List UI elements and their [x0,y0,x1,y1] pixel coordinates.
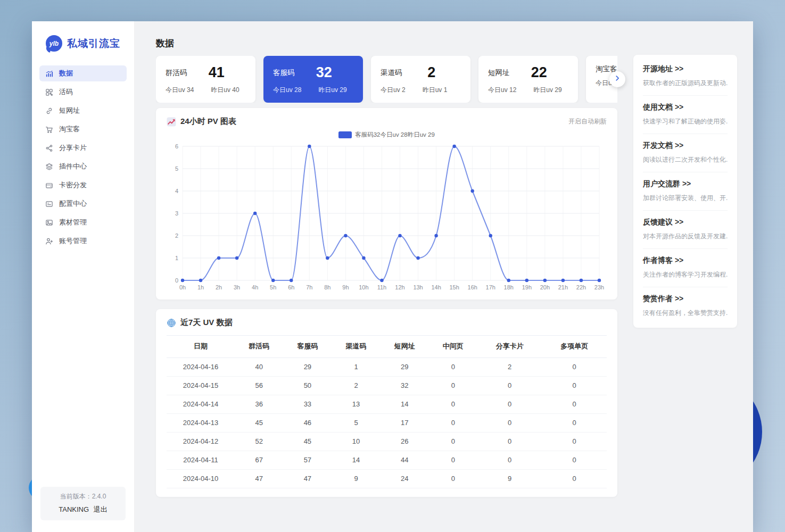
svg-text:4h: 4h [252,284,258,290]
table-cell: 2024-04-10 [167,470,235,488]
svg-text:12h: 12h [395,284,404,290]
stat-today-uv: 今日uv 34 [166,86,194,95]
table-cell: 17 [381,414,429,433]
table-cell: 0 [477,433,542,451]
stat-card-kefu-code[interactable]: 客服码32今日uv 28昨日uv 29 [263,56,363,103]
table-cell: 0 [542,433,607,451]
stat-yesterday-uv: 昨日uv 1 [423,86,448,95]
svg-text:18h: 18h [504,284,514,290]
quick-link-user-docs[interactable]: 使用文档 >>快速学习和了解正确的使用姿... [643,96,728,134]
legend-label: 客服码32今日uv 28昨日uv 29 [355,131,435,139]
quick-link-desc: 加群讨论部署安装、使用、开... [643,194,728,203]
stat-card-label: 群活码 [166,68,187,78]
svg-text:5: 5 [175,165,178,172]
quick-link-donate[interactable]: 赞赏作者 >>没有任何盈利，全靠赞赏支持... [643,287,728,325]
table-cell: 2024-04-11 [167,451,235,470]
stat-card-channel-code[interactable]: 渠道码2今日uv 2昨日uv 1 [371,56,470,103]
sidebar-item-share-card[interactable]: 分享卡片 [39,140,127,156]
sidebar-item-plugins[interactable]: 插件中心 [39,159,127,174]
legend-swatch [338,131,352,138]
svg-text:22h: 22h [576,284,586,290]
quick-link-desc: 阅读以进行二次开发和个性化... [643,155,728,164]
quick-link-desc: 对本开源作品的反馈及开发建... [643,232,728,241]
uv-table-column-header: 短网址 [381,336,429,358]
sidebar-item-label: 分享卡片 [59,143,87,153]
table-row: 2024-04-1167571444000 [167,451,607,470]
stat-card-uv: 今日uv 2昨日uv 1 [381,86,461,95]
table-cell: 14 [332,451,380,470]
stat-today-uv: 今日uv 2 [381,86,406,95]
svg-text:5h: 5h [270,284,276,290]
layers-icon [45,163,53,171]
sidebar-item-taoke[interactable]: 淘宝客 [39,121,127,137]
chart-increasing-icon [167,117,176,127]
sidebar-item-label: 数据 [59,69,73,78]
stat-cards-row: 群活码41今日uv 34昨日uv 40客服码32今日uv 28昨日uv 29渠道… [156,56,617,103]
qr-code-icon [45,88,53,96]
svg-text:2: 2 [175,232,178,239]
quick-link-feedback[interactable]: 反馈建议 >>对本开源作品的反馈及开发建... [643,211,728,249]
table-cell: 0 [429,433,477,451]
auto-refresh-toggle[interactable]: 开启自动刷新 [568,117,607,126]
uv-table-column-header: 客服码 [283,336,332,358]
quick-link-title: 反馈建议 >> [643,218,728,227]
stat-card-top: 群活码41 [166,64,246,81]
carousel-next-button[interactable] [609,71,625,87]
uv-table: 日期群活码客服码渠道码短网址中间页分享卡片多项单页 2024-04-164029… [167,335,607,488]
sidebar-item-card-key[interactable]: 卡密分发 [39,177,127,193]
stat-card-qun-code[interactable]: 群活码41今日uv 34昨日uv 40 [156,56,255,103]
svg-text:10h: 10h [359,284,368,290]
table-cell: 0 [542,414,607,433]
table-cell: 13 [332,395,380,414]
quick-link-user-group[interactable]: 用户交流群 >>加群讨论部署安装、使用、开... [643,172,728,211]
quick-link-title: 开源地址 >> [643,64,728,74]
sidebar-item-config[interactable]: 配置中心 [39,196,127,212]
stat-today-uv: 今日uv 28 [273,86,301,95]
uv-table-head: 日期群活码客服码渠道码短网址中间页分享卡片多项单页 [167,336,607,358]
logout-link[interactable]: 退出 [94,505,108,513]
chart-card-title: 24小时 PV 图表 [180,117,236,127]
version-box: 当前版本：2.4.0 TANKING 退出 [40,487,126,520]
table-row: 2024-04-134546517000 [167,414,607,433]
content-column: 数据 群活码41今日uv 34昨日uv 40客服码32今日uv 28昨日uv 2… [156,21,617,532]
table-card-title: 近7天 UV 数据 [180,318,233,328]
table-cell: 10 [332,433,380,451]
table-cell: 2024-04-14 [167,395,235,414]
table-cell: 46 [283,414,332,433]
table-cell: 50 [283,377,332,395]
table-cell: 47 [235,470,283,488]
sidebar-item-short-url[interactable]: 短网址 [39,103,127,119]
svg-text:1: 1 [175,255,178,261]
quick-link-dev-docs[interactable]: 开发文档 >>阅读以进行二次开发和个性化... [643,134,728,172]
sidebar-item-material[interactable]: 素材管理 [39,214,127,230]
stat-card-label: 客服码 [273,68,295,78]
pv-chart-card: 24小时 PV 图表 开启自动刷新 客服码32今日uv 28昨日uv 29 01… [156,108,617,300]
stat-card-value: 32 [295,64,354,81]
sidebar-item-live-code[interactable]: 活码 [39,84,127,100]
table-cell: 24 [381,470,429,488]
chart-legend[interactable]: 客服码32今日uv 28昨日uv 29 [167,131,607,139]
table-cell: 0 [429,414,477,433]
table-row: 2024-04-1436331314000 [167,395,607,414]
stat-yesterday-uv: 昨日uv 29 [318,86,346,95]
table-cell: 0 [429,451,477,470]
svg-text:11h: 11h [377,284,387,290]
stat-card-top: 渠道码2 [381,64,461,81]
table-cell: 45 [283,433,332,451]
globe-icon [167,318,176,328]
stat-card-label: 渠道码 [381,68,402,78]
quick-link-opensource[interactable]: 开源地址 >>获取作者的正版源码及更新动... [643,57,728,96]
table-row: 2024-04-164029129020 [167,358,607,377]
uv-table-column-header: 中间页 [429,336,477,358]
quick-link-blog[interactable]: 作者博客 >>关注作者的博客学习开发编程... [643,249,728,287]
sidebar-item-account[interactable]: 账号管理 [39,233,127,249]
svg-text:2h: 2h [216,284,222,290]
stat-card-top: 客服码32 [273,64,353,81]
table-cell: 0 [542,451,607,470]
stat-card-short-url[interactable]: 短网址22今日uv 12昨日uv 29 [478,56,578,103]
svg-text:8h: 8h [324,284,330,290]
sidebar-item-label: 插件中心 [59,162,87,171]
sidebar-item-label: 账号管理 [59,236,87,246]
sidebar-item-data[interactable]: 数据 [39,65,127,81]
stat-cards-clip: 群活码41今日uv 34昨日uv 40客服码32今日uv 28昨日uv 29渠道… [156,56,617,103]
